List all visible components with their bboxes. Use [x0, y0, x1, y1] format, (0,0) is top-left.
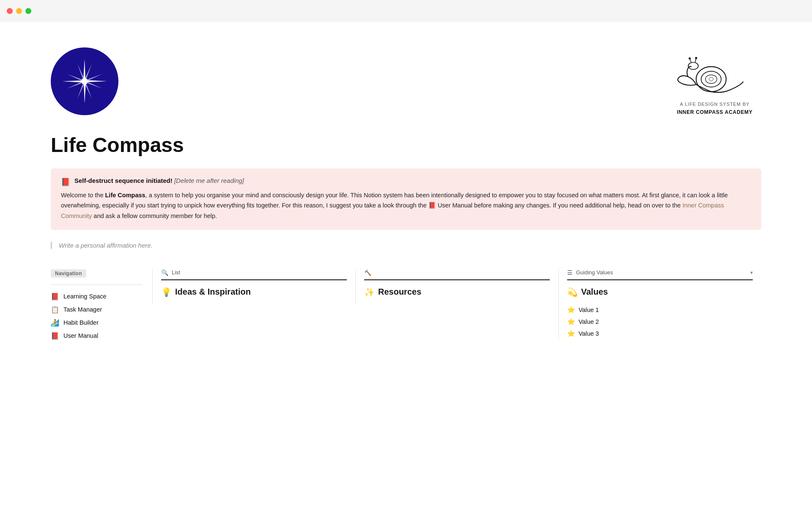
- svg-marker-15: [77, 64, 84, 79]
- svg-point-21: [709, 77, 713, 81]
- ideas-header-icon: 🔍: [161, 269, 168, 276]
- alert-header: 📕 Self-destruct sequence initiated! [Del…: [61, 177, 751, 187]
- window-chrome: [0, 0, 812, 22]
- alert-body-text3: and ask a fellow community member for he…: [92, 213, 217, 219]
- svg-point-18: [696, 66, 726, 91]
- brand-logo: A LIFE DESIGN SYSTEM BY INNER COMPASS AC…: [668, 47, 761, 116]
- alert-title-bold: Self-destruct sequence initiated!: [74, 177, 173, 184]
- svg-point-26: [695, 57, 697, 59]
- chevron-down-icon: ▾: [750, 270, 753, 276]
- maximize-button[interactable]: [25, 8, 31, 14]
- nav-item-label: Task Manager: [63, 306, 102, 313]
- svg-point-17: [83, 80, 86, 83]
- svg-marker-11: [85, 83, 93, 99]
- values-column: ☰ Guiding Values ▾ 💫 Values ⭐ Value 1 ⭐ …: [558, 269, 761, 340]
- value-3-icon: ⭐: [567, 330, 575, 337]
- nav-item-label: Habit Builder: [63, 319, 99, 326]
- page-container: A LIFE DESIGN SYSTEM BY INNER COMPASS AC…: [0, 22, 812, 376]
- nav-item-task-manager[interactable]: 📋 Task Manager: [51, 303, 142, 316]
- nav-item-label: User Manual: [63, 332, 98, 339]
- nav-label: Navigation: [51, 269, 86, 278]
- nav-item-habit-builder[interactable]: 🏄 Habit Builder: [51, 316, 142, 329]
- value-2-icon: ⭐: [567, 318, 575, 326]
- resources-col-header: 🔨: [364, 269, 550, 280]
- svg-point-22: [688, 62, 698, 69]
- ideas-section-title: 💡 Ideas & Inspiration: [161, 287, 347, 297]
- svg-point-20: [705, 75, 717, 83]
- resources-section-title-text: Resources: [378, 287, 421, 297]
- value-2-label: Value 2: [579, 318, 599, 325]
- values-section-title: 💫 Values: [567, 287, 753, 297]
- svg-marker-9: [87, 73, 102, 81]
- resources-section-title: ✨ Resources: [364, 287, 550, 297]
- value-item-3[interactable]: ⭐ Value 3: [567, 328, 753, 340]
- habit-builder-icon: 🏄: [51, 319, 59, 327]
- svg-marker-5: [63, 71, 83, 91]
- value-3-label: Value 3: [579, 330, 599, 337]
- nav-item-label: Learning Space: [63, 293, 107, 300]
- values-header-icon: ☰: [567, 269, 573, 276]
- svg-marker-7: [74, 83, 95, 103]
- alert-title: Self-destruct sequence initiated! [Delet…: [74, 177, 244, 184]
- ideas-section-icon: 💡: [161, 287, 172, 297]
- close-button[interactable]: [7, 8, 13, 14]
- nav-sidebar: Navigation 📕 Learning Space 📋 Task Manag…: [51, 269, 152, 342]
- brand-tagline-line1: A LIFE DESIGN SYSTEM BY: [668, 101, 761, 108]
- header-area: A LIFE DESIGN SYSTEM BY INNER COMPASS AC…: [51, 47, 761, 116]
- page-title: Life Compass: [51, 133, 761, 157]
- nav-item-learning-space[interactable]: 📕 Learning Space: [51, 290, 142, 303]
- affirmation-block: Write a personal affirmation here.: [51, 242, 761, 249]
- star-burst-icon: [59, 56, 110, 107]
- nav-divider: [51, 284, 142, 285]
- values-section-icon: 💫: [567, 287, 578, 297]
- nav-item-user-manual[interactable]: 📕 User Manual: [51, 329, 142, 342]
- resources-column: 🔨 ✨ Resources: [355, 269, 558, 304]
- alert-title-italic: [Delete me after reading]: [174, 177, 244, 184]
- snail-illustration: [668, 56, 761, 95]
- svg-marker-13: [67, 82, 82, 89]
- value-1-icon: ⭐: [567, 306, 575, 314]
- values-section-title-text: Values: [581, 287, 608, 297]
- ideas-col-header: 🔍 List: [161, 269, 347, 280]
- ideas-section-title-text: Ideas & Inspiration: [175, 287, 251, 297]
- alert-manual-icon: 📕: [428, 202, 436, 209]
- resources-header-icon: 🔨: [364, 269, 371, 276]
- alert-manual-text: User Manual: [438, 202, 472, 209]
- value-1-label: Value 1: [579, 306, 599, 313]
- resources-section-icon: ✨: [364, 287, 375, 297]
- affirmation-text[interactable]: Write a personal affirmation here.: [59, 242, 153, 249]
- brand-tagline-line2: INNER COMPASS ACADEMY: [668, 108, 761, 116]
- nav-content-grid: Navigation 📕 Learning Space 📋 Task Manag…: [51, 269, 761, 342]
- minimize-button[interactable]: [16, 8, 22, 14]
- svg-marker-14: [67, 73, 82, 81]
- page-icon: [51, 47, 118, 115]
- alert-body-bold: Life Compass: [105, 192, 145, 199]
- alert-body: Welcome to the Life Compass, a system to…: [61, 190, 751, 221]
- svg-marker-10: [87, 82, 102, 89]
- alert-box: 📕 Self-destruct sequence initiated! [Del…: [51, 168, 761, 230]
- values-col-header: ☰ Guiding Values ▾: [567, 269, 753, 280]
- svg-marker-8: [85, 64, 93, 79]
- learning-space-icon: 📕: [51, 293, 59, 301]
- alert-icon: 📕: [61, 177, 70, 187]
- svg-point-19: [701, 71, 721, 87]
- svg-point-25: [689, 57, 691, 59]
- alert-body-intro: Welcome to the: [61, 192, 105, 199]
- ideas-header-label[interactable]: List: [172, 269, 180, 276]
- task-manager-icon: 📋: [51, 306, 59, 314]
- values-header-label[interactable]: Guiding Values: [576, 269, 613, 276]
- svg-marker-6: [86, 71, 107, 91]
- ideas-inspiration-column: 🔍 List 💡 Ideas & Inspiration: [152, 269, 355, 304]
- value-item-2[interactable]: ⭐ Value 2: [567, 316, 753, 328]
- user-manual-icon: 📕: [51, 332, 59, 340]
- alert-body-text2: before making any changes. If you need a…: [472, 202, 683, 209]
- svg-marker-4: [74, 59, 95, 80]
- value-item-1[interactable]: ⭐ Value 1: [567, 304, 753, 316]
- svg-marker-12: [77, 83, 84, 99]
